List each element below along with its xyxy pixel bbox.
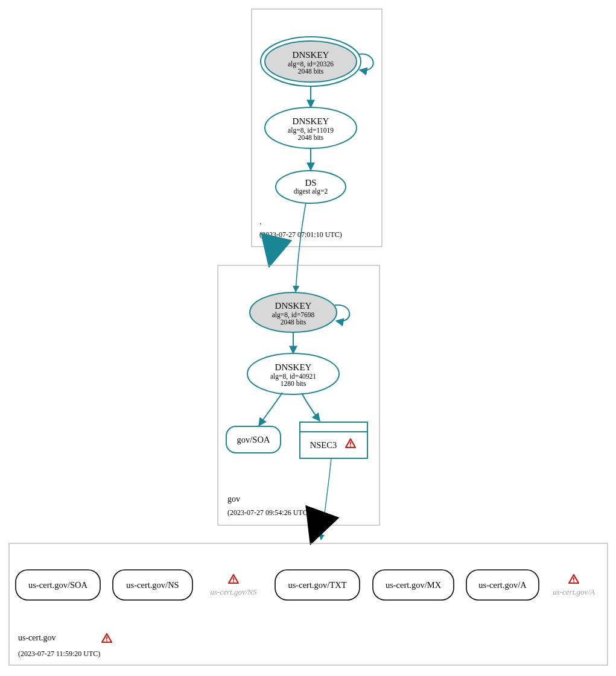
uscert-soa-label: us-cert.gov/SOA (28, 580, 87, 590)
uscert-a-node[interactable]: us-cert.gov/A (466, 570, 539, 600)
uscert-ns-gray-node[interactable]: us-cert.gov/NS (211, 575, 257, 596)
edge-nsec3-to-uscert (321, 458, 331, 540)
edge-gov-zsk-to-nsec3 (302, 393, 320, 421)
edge-gov-zsk-to-soa (259, 393, 282, 426)
root-zsk-line2: 2048 bits (298, 134, 324, 141)
svg-rect-11 (300, 422, 367, 432)
uscert-soa-node[interactable]: us-cert.gov/SOA (16, 570, 100, 600)
root-ksk-node[interactable]: DNSKEY alg=8, id=20326 2048 bits (261, 37, 361, 86)
gov-soa-label: gov/SOA (237, 435, 270, 444)
edge-gov-to-uscert-zone (313, 525, 317, 539)
uscert-zone-label: us-cert.gov (18, 633, 56, 642)
root-ds-line1: digest alg=2 (294, 188, 328, 195)
gov-zsk-title: DNSKEY (275, 362, 312, 372)
edge-ds-to-gov-ksk (296, 203, 306, 292)
uscert-ns-label: us-cert.gov/NS (126, 580, 179, 590)
root-ksk-line2: 2048 bits (298, 68, 324, 75)
gov-ksk-title: DNSKEY (275, 301, 312, 311)
uscert-txt-label: us-cert.gov/TXT (288, 580, 346, 590)
uscert-ns-gray-label: us-cert.gov/NS (211, 587, 257, 596)
uscert-mx-node[interactable]: us-cert.gov/MX (373, 570, 454, 600)
warning-icon (102, 634, 112, 642)
root-ds-node[interactable]: DS digest alg=2 (276, 171, 346, 203)
uscert-txt-node[interactable]: us-cert.gov/TXT (275, 570, 360, 600)
root-ds-title: DS (305, 178, 316, 188)
zone-uscert: us-cert.gov/SOA us-cert.gov/NS us-cert.g… (9, 543, 608, 665)
warning-icon (229, 575, 238, 583)
gov-soa-node[interactable]: gov/SOA (226, 426, 281, 453)
zone-gov: DNSKEY alg=8, id=7698 2048 bits DNSKEY a… (218, 265, 379, 525)
root-ksk-title: DNSKEY (293, 50, 329, 60)
uscert-ns-node[interactable]: us-cert.gov/NS (113, 570, 192, 600)
gov-nsec3-node[interactable]: NSEC3 (300, 422, 367, 458)
gov-zsk-line2: 1280 bits (281, 380, 306, 387)
gov-zone-timestamp: (2023-07-27 09:54:26 UTC) (227, 508, 310, 517)
gov-nsec3-label: NSEC3 (310, 440, 337, 450)
uscert-a-gray-node[interactable]: us-cert.gov/A (553, 575, 595, 596)
warning-icon (569, 575, 579, 583)
root-zone-label: . (259, 217, 262, 226)
svg-rect-13 (9, 543, 608, 665)
zone-root: DNSKEY alg=8, id=20326 2048 bits DNSKEY … (252, 9, 382, 247)
gov-ksk-line2: 2048 bits (281, 318, 306, 326)
root-zsk-node[interactable]: DNSKEY alg=8, id=11019 2048 bits (265, 107, 357, 148)
gov-zsk-node[interactable]: DNSKEY alg=8, id=40921 1280 bits (247, 353, 339, 394)
gov-ksk-node[interactable]: DNSKEY alg=8, id=7698 2048 bits (250, 292, 337, 332)
edge-root-to-gov-zone (270, 247, 274, 262)
uscert-a-label: us-cert.gov/A (478, 580, 527, 590)
root-zsk-title: DNSKEY (293, 116, 329, 126)
uscert-zone-timestamp: (2023-07-27 11:59:20 UTC) (18, 649, 100, 658)
uscert-a-gray-label: us-cert.gov/A (553, 587, 595, 596)
uscert-mx-label: us-cert.gov/MX (386, 580, 442, 590)
gov-zone-label: gov (227, 494, 240, 504)
